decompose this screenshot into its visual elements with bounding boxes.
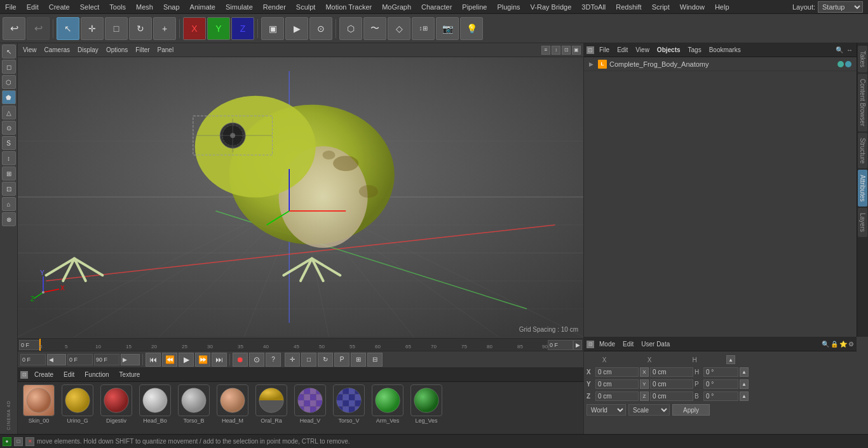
camera-btn[interactable]: 📷 bbox=[436, 17, 459, 40]
scale-select[interactable]: Scale Absolute Relative bbox=[628, 404, 670, 416]
coord-y-pos-input[interactable] bbox=[595, 379, 639, 389]
transport-range-start[interactable]: ◀ bbox=[47, 354, 66, 365]
menu-file[interactable]: File bbox=[0, 2, 22, 12]
left-tool-7[interactable]: ↕ bbox=[2, 151, 16, 165]
transport-help-btn[interactable]: ? bbox=[266, 353, 281, 367]
coord-x-pos-input[interactable] bbox=[595, 367, 639, 377]
transport-play-btn[interactable]: ▶ bbox=[179, 353, 194, 367]
object-dot-blue[interactable] bbox=[845, 61, 851, 67]
menu-tools[interactable]: Tools bbox=[104, 2, 131, 12]
mat-item-6[interactable]: Oral_Ra bbox=[253, 384, 290, 424]
menu-simulate[interactable]: Simulate bbox=[220, 2, 258, 12]
panel-arrows-icon[interactable]: ↔ bbox=[845, 46, 854, 55]
object-dot-green[interactable] bbox=[837, 61, 844, 67]
transport-frame-input[interactable]: 0 F bbox=[20, 354, 46, 365]
coord-y-pos-btn[interactable]: Y bbox=[640, 379, 649, 389]
viewport-canvas[interactable]: X Y Z Grid Spacing : 10 cm bbox=[18, 57, 583, 337]
transport-range-end-btn[interactable]: ▶ bbox=[121, 354, 140, 365]
deformer-btn[interactable]: ↕⊞ bbox=[412, 17, 435, 40]
apply-button[interactable]: Apply bbox=[672, 404, 710, 416]
transport-stop-btn[interactable]: ⊙ bbox=[249, 353, 264, 367]
attr-star-icon[interactable]: ⭐ bbox=[839, 341, 847, 348]
axis-x-btn[interactable]: X bbox=[183, 17, 206, 40]
menu-mesh[interactable]: Mesh bbox=[131, 2, 158, 12]
transport-range-input[interactable]: 0 F bbox=[67, 354, 93, 365]
attributes-tab[interactable]: Attributes bbox=[858, 170, 867, 207]
viewport-corner-btn-1[interactable]: ↕ bbox=[552, 46, 560, 55]
coord-z-b-input[interactable] bbox=[703, 391, 738, 401]
coord-z-pos-btn[interactable]: Z bbox=[640, 391, 649, 401]
menu-sculpt[interactable]: Sculpt bbox=[291, 2, 321, 12]
viewport-corner-btn-3[interactable]: ▣ bbox=[572, 46, 581, 55]
menu-edit[interactable]: Edit bbox=[22, 2, 44, 12]
left-tool-5[interactable]: ⊙ bbox=[2, 121, 16, 135]
attr-tab-mode[interactable]: Mode bbox=[597, 340, 618, 348]
mat-tab-texture[interactable]: Texture bbox=[116, 370, 144, 379]
left-tool-11[interactable]: ⊗ bbox=[2, 212, 16, 226]
mat-tab-function[interactable]: Function bbox=[81, 370, 112, 379]
redo-button[interactable]: ↩ bbox=[27, 17, 50, 40]
render-btn[interactable]: ▶ bbox=[285, 17, 308, 40]
content-browser-tab[interactable]: Content Browser bbox=[858, 74, 867, 131]
mat-item-10[interactable]: Leg_Ves bbox=[408, 384, 445, 424]
timeline-end-btn[interactable]: ▶ bbox=[573, 340, 582, 350]
left-tool-2[interactable]: ⬡ bbox=[2, 75, 16, 89]
menu-render[interactable]: Render bbox=[258, 2, 291, 12]
coord-y-p-input[interactable] bbox=[703, 379, 738, 389]
structure-tab[interactable]: Structure bbox=[858, 133, 867, 169]
transport-icon-2[interactable]: ↻ bbox=[318, 353, 333, 367]
left-tool-9[interactable]: ⊡ bbox=[2, 182, 16, 196]
attr-search-icon[interactable]: 🔍 bbox=[822, 341, 829, 348]
light-btn[interactable]: 💡 bbox=[460, 17, 483, 40]
transport-icon-4[interactable]: ⊞ bbox=[351, 353, 366, 367]
coord-z-pos-input[interactable] bbox=[595, 391, 639, 401]
scale-tool[interactable]: □ bbox=[105, 17, 128, 40]
viewport-tab-panel[interactable]: Panel bbox=[155, 46, 177, 53]
rpanel-tab-view[interactable]: View bbox=[633, 46, 652, 54]
viewport-tab-options[interactable]: Options bbox=[104, 46, 130, 53]
viewport-tab-cameras[interactable]: Cameras bbox=[42, 46, 73, 53]
render-viewport-btn[interactable]: ⊙ bbox=[309, 17, 332, 40]
menu-3dtoall[interactable]: 3DToAll bbox=[576, 2, 611, 12]
panel-search-icon[interactable]: 🔍 bbox=[835, 46, 844, 55]
polygon-btn[interactable]: ⬡ bbox=[339, 17, 362, 40]
timeline-start-input[interactable]: 0 F bbox=[19, 340, 39, 350]
status-icon-1[interactable]: □ bbox=[14, 437, 23, 446]
viewport-tab-view[interactable]: View bbox=[20, 46, 39, 53]
viewport-tab-filter[interactable]: Filter bbox=[133, 46, 152, 53]
transport-first-btn[interactable]: ⏮ bbox=[146, 353, 161, 367]
menu-motiontracker[interactable]: Motion Tracker bbox=[320, 2, 377, 12]
rpanel-tab-tags[interactable]: Tags bbox=[686, 46, 704, 54]
mat-item-4[interactable]: Torso_B bbox=[175, 384, 212, 424]
menu-character[interactable]: Character bbox=[416, 2, 457, 12]
left-tool-6[interactable]: S bbox=[2, 136, 16, 150]
spline-btn[interactable]: 〜 bbox=[363, 17, 386, 40]
left-tool-4[interactable]: △ bbox=[2, 105, 16, 119]
coord-x-h-input[interactable] bbox=[703, 367, 738, 377]
attr-lock-icon[interactable]: 🔒 bbox=[831, 341, 838, 348]
takes-tab[interactable]: Takes bbox=[858, 46, 867, 72]
left-tool-0[interactable]: ↖ bbox=[2, 44, 16, 58]
left-tool-1[interactable]: ◻ bbox=[2, 60, 16, 74]
status-icon-0[interactable]: ● bbox=[3, 437, 11, 446]
nurbs-btn[interactable]: ◇ bbox=[388, 17, 410, 40]
menu-vray[interactable]: V-Ray Bridge bbox=[526, 2, 577, 12]
coord-y-p-btn[interactable]: ▲ bbox=[740, 379, 749, 389]
viewport-corner-btn-2[interactable]: ⊡ bbox=[562, 46, 571, 55]
mat-item-0[interactable]: Skin_00 bbox=[20, 384, 57, 424]
menu-redshift[interactable]: Redshift bbox=[611, 2, 646, 12]
timeline-current-input[interactable]: 0 F bbox=[548, 340, 573, 350]
rpanel-tab-file[interactable]: File bbox=[597, 46, 612, 54]
transport-range-end-input[interactable]: 90 F bbox=[94, 354, 119, 365]
undo-button[interactable]: ↩ bbox=[3, 17, 25, 40]
menu-snap[interactable]: Snap bbox=[158, 2, 185, 12]
menu-script[interactable]: Script bbox=[647, 2, 675, 12]
layout-select[interactable]: Startup Standard bbox=[818, 1, 863, 13]
mat-item-5[interactable]: Head_M bbox=[214, 384, 251, 424]
transport-icon-1[interactable]: □ bbox=[301, 353, 316, 367]
render-region-btn[interactable]: ▣ bbox=[261, 17, 284, 40]
mat-item-8[interactable]: Torso_V bbox=[330, 384, 367, 424]
transport-icon-3[interactable]: P bbox=[334, 353, 349, 367]
transport-rec-btn[interactable]: ⏺ bbox=[233, 353, 248, 367]
left-tool-10[interactable]: ⌂ bbox=[2, 197, 16, 211]
